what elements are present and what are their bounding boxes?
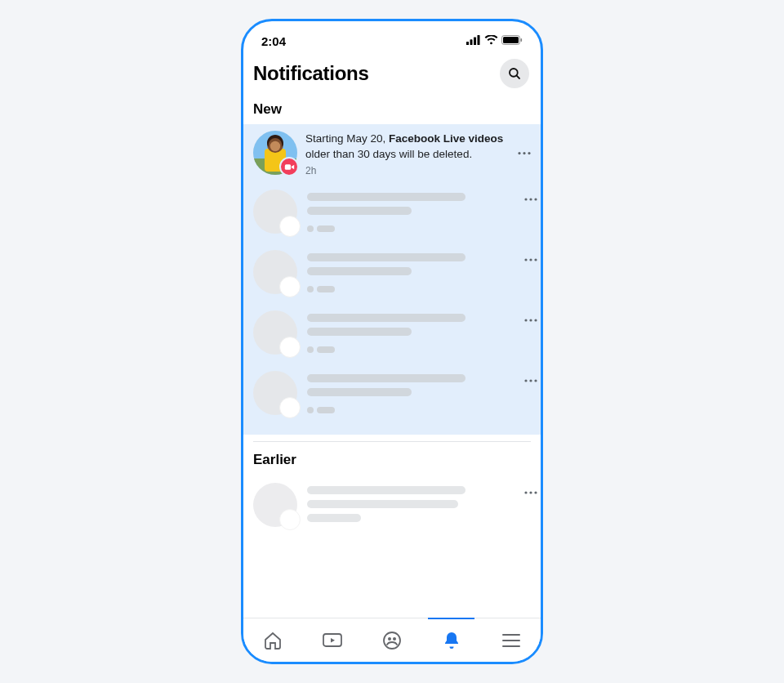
notification-suffix: older than 30 days will be deleted. — [305, 148, 472, 160]
notification-more-button[interactable] — [524, 310, 537, 325]
svg-rect-5 — [503, 37, 519, 43]
new-notifications: Starting May 20, Facebook Live videos ol… — [243, 124, 541, 435]
search-button[interactable] — [500, 59, 529, 88]
svg-point-16 — [523, 152, 525, 154]
notification-placeholder — [243, 242, 541, 302]
svg-point-26 — [534, 319, 537, 321]
live-video-icon — [279, 157, 299, 176]
svg-point-18 — [524, 198, 527, 200]
svg-rect-2 — [474, 38, 476, 45]
notification-prefix: Starting May 20, — [305, 132, 389, 145]
svg-point-35 — [388, 637, 391, 641]
hamburger-icon — [502, 633, 520, 648]
tab-watch[interactable] — [303, 618, 363, 662]
svg-point-23 — [534, 258, 537, 261]
notification-more-button[interactable] — [514, 138, 534, 162]
svg-rect-1 — [470, 39, 473, 45]
svg-rect-14 — [284, 164, 290, 170]
svg-rect-3 — [478, 35, 480, 45]
tab-home[interactable] — [243, 618, 303, 662]
svg-point-36 — [393, 637, 396, 641]
svg-point-15 — [518, 152, 520, 154]
notification-more-button[interactable] — [524, 483, 537, 498]
svg-point-17 — [528, 152, 530, 154]
svg-line-8 — [516, 75, 519, 78]
svg-rect-6 — [521, 38, 523, 42]
content-area: New — [243, 96, 541, 618]
svg-point-25 — [529, 319, 532, 321]
battery-icon — [501, 33, 523, 48]
wifi-icon — [484, 33, 498, 48]
svg-point-21 — [524, 258, 527, 261]
phone-frame: 2:04 Notifications New — [241, 19, 543, 664]
notification-time: 2h — [305, 164, 510, 178]
notification-more-button[interactable] — [524, 250, 537, 265]
svg-point-27 — [524, 379, 527, 382]
notification-text: Starting May 20, Facebook Live videos ol… — [305, 131, 537, 178]
svg-point-28 — [529, 379, 532, 382]
svg-point-19 — [529, 198, 532, 200]
groups-icon — [382, 631, 402, 650]
page-title: Notifications — [253, 62, 368, 85]
earlier-notifications — [243, 475, 541, 534]
watch-icon — [322, 631, 343, 650]
search-icon — [507, 66, 522, 81]
svg-point-34 — [384, 632, 400, 649]
notification-placeholder — [243, 363, 541, 423]
svg-rect-0 — [466, 42, 469, 45]
tab-notifications[interactable] — [421, 618, 481, 662]
more-icon — [524, 319, 537, 322]
section-new-label: New — [243, 96, 541, 124]
svg-point-31 — [529, 491, 532, 493]
bell-icon — [443, 631, 461, 650]
svg-point-20 — [534, 198, 537, 200]
tab-groups[interactable] — [363, 618, 422, 662]
notification-placeholder — [243, 475, 541, 534]
more-icon — [524, 258, 537, 261]
svg-point-24 — [524, 319, 527, 321]
section-earlier-label: Earlier — [243, 442, 541, 475]
svg-point-13 — [270, 141, 280, 151]
home-icon — [263, 631, 283, 650]
more-icon — [524, 379, 537, 382]
more-icon — [524, 491, 537, 494]
notification-placeholder — [243, 302, 541, 363]
bottom-nav — [243, 618, 541, 662]
notification-more-button[interactable] — [524, 371, 537, 386]
more-icon — [524, 198, 537, 201]
tab-menu[interactable] — [481, 618, 541, 662]
more-icon — [518, 151, 531, 154]
cellular-icon — [466, 33, 481, 48]
status-bar: 2:04 — [243, 21, 541, 54]
notification-more-button[interactable] — [524, 190, 537, 204]
notification-item[interactable]: Starting May 20, Facebook Live videos ol… — [243, 124, 541, 181]
svg-point-29 — [534, 379, 537, 382]
svg-point-22 — [529, 258, 532, 261]
status-time: 2:04 — [261, 34, 286, 48]
notification-placeholder — [243, 181, 541, 242]
svg-point-32 — [534, 491, 537, 493]
page-header: Notifications — [243, 54, 541, 96]
notification-bold: Facebook Live videos — [389, 132, 503, 145]
avatar — [253, 131, 297, 175]
svg-point-30 — [524, 491, 527, 493]
status-icons — [466, 33, 523, 48]
